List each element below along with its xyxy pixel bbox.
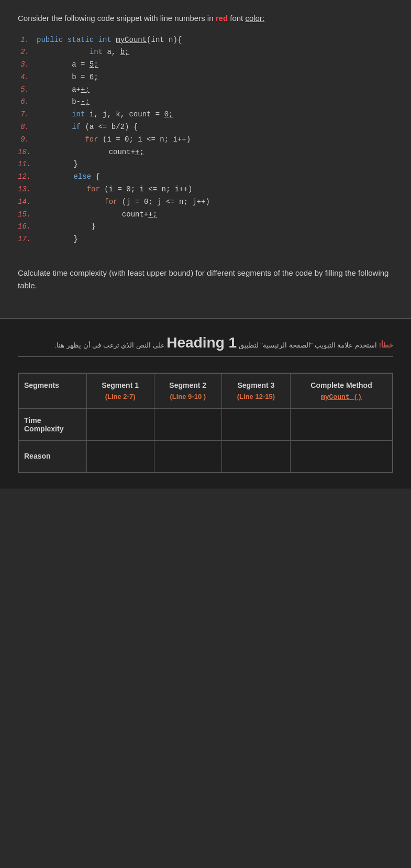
- line-num-11: 11.: [18, 158, 38, 171]
- row-label-time-complexity: TimeComplexity: [18, 409, 86, 441]
- code-line-3: 3. a = 5;: [18, 59, 393, 71]
- line-num-15: 15.: [18, 209, 38, 221]
- cell-reason-seg3[interactable]: [221, 441, 290, 472]
- heading-divider: [18, 356, 393, 357]
- line-num-9: 9.: [18, 134, 37, 146]
- line-num-2: 2.: [18, 46, 37, 59]
- code-content-6: b--;: [37, 96, 90, 108]
- line-num-17: 17.: [18, 233, 38, 246]
- cell-reason-seg1[interactable]: [86, 441, 154, 472]
- row-label-reason: Reason: [18, 441, 86, 472]
- line-num-13: 13.: [18, 183, 38, 196]
- intro-paragraph: Consider the following code snippet with…: [18, 13, 393, 25]
- table-row-reason: Reason: [18, 441, 393, 472]
- heading-error-desc: استخدم علامة التبويب "الصفحة الرئيسية" ل…: [237, 341, 377, 349]
- code-line-11: 11. }: [18, 158, 393, 171]
- line-num-14: 14.: [18, 196, 38, 209]
- cell-tc-complete[interactable]: [290, 409, 393, 441]
- code-line-9: 9. for (i = 0; i <= n; i++): [18, 134, 393, 146]
- code-line-17: 17. }: [18, 233, 393, 246]
- seg2-line-range: (Line 9-10 ): [170, 393, 206, 400]
- code-line-13: 13. for (i = 0; i <= n; i++): [18, 183, 393, 196]
- col-header-segment1: Segment 1 (Line 2-7): [86, 373, 154, 409]
- col-header-complete: Complete Method myCount (): [290, 373, 393, 409]
- seg3-line-range: (Line 12-15): [237, 393, 275, 400]
- code-line-10: 10. count++;: [18, 146, 393, 159]
- code-content-13: for (i = 0; i <= n; i++): [38, 183, 192, 196]
- description-text: Calculate time complexity (with least up…: [18, 267, 393, 292]
- code-line-14: 14. for (j = 0; j <= n; j++): [18, 196, 393, 209]
- heading-bar: خطأ! استخدم علامة التبويب "الصفحة الرئيس…: [0, 319, 411, 356]
- col-header-segment3: Segment 3 (Line 12-15): [221, 373, 290, 409]
- top-section: Consider the following code snippet with…: [0, 0, 411, 302]
- code-content-9: for (i = 0; i <= n; i++): [37, 134, 191, 146]
- line-num-4: 4.: [18, 71, 37, 84]
- code-content-4: b = 6;: [37, 71, 98, 84]
- code-line-2: 2. int a, b;: [18, 46, 393, 59]
- code-content-17: }: [38, 233, 78, 246]
- code-content-15: count++;: [38, 209, 157, 221]
- code-content-14: for (j = 0; j <= n; j++): [38, 196, 210, 209]
- code-line-6: 6. b--;: [18, 96, 393, 108]
- code-line-15: 15. count++;: [18, 209, 393, 221]
- code-line-7: 7. int i, j, k, count = 0;: [18, 108, 393, 121]
- bottom-section: خطأ! استخدم علامة التبويب "الصفحة الرئيس…: [0, 319, 411, 489]
- red-font-word: red: [216, 14, 228, 23]
- heading-1-text: Heading 1: [166, 334, 237, 351]
- table-row-time-complexity: TimeComplexity: [18, 409, 393, 441]
- cell-tc-seg1[interactable]: [86, 409, 154, 441]
- color-underline: color:: [245, 14, 264, 23]
- col-header-segment2: Segment 2 (Line 9-10 ): [154, 373, 221, 409]
- code-line-8: 8. if (a <= b/2) {: [18, 121, 393, 134]
- code-content-11: }: [38, 158, 78, 171]
- line-num-6: 6.: [18, 96, 37, 108]
- cell-tc-seg2[interactable]: [154, 409, 221, 441]
- code-content-8: if (a <= b/2) {: [37, 121, 138, 134]
- table-container: Segments Segment 1 (Line 2-7) Segment 2 …: [18, 373, 393, 473]
- line-num-8: 8.: [18, 121, 37, 134]
- code-line-4: 4. b = 6;: [18, 71, 393, 84]
- code-content-2: int a, b;: [37, 46, 129, 59]
- table-header-row: Segments Segment 1 (Line 2-7) Segment 2 …: [18, 373, 393, 409]
- complete-method-name: myCount (): [321, 393, 362, 401]
- line-num-12: 12.: [18, 171, 38, 183]
- complexity-table: Segments Segment 1 (Line 2-7) Segment 2 …: [18, 373, 393, 473]
- code-line-12: 12. else {: [18, 171, 393, 183]
- cell-reason-complete[interactable]: [290, 441, 393, 472]
- code-line-16: 16. }: [18, 221, 393, 233]
- line-num-5: 5.: [18, 84, 37, 96]
- line-num-1: 1.: [18, 34, 37, 47]
- intro-text-before: Consider the following code snippet with…: [18, 14, 216, 23]
- code-content-5: a++;: [37, 84, 90, 96]
- code-block: 1. public static int myCount(int n){ 2. …: [18, 34, 393, 252]
- time-complexity-label: TimeComplexity: [24, 416, 63, 433]
- code-content-12: else {: [38, 171, 100, 183]
- heading-subtext: على النص الذي ترغب في أن يظهر هنا.: [55, 341, 165, 349]
- code-content-3: a = 5;: [37, 59, 98, 71]
- cell-tc-seg3[interactable]: [221, 409, 290, 441]
- cell-reason-seg2[interactable]: [154, 441, 221, 472]
- code-content-7: int i, j, k, count = 0;: [37, 108, 173, 121]
- code-content-10: count++;: [38, 146, 144, 159]
- line-num-3: 3.: [18, 59, 37, 71]
- line-num-10: 10.: [18, 146, 38, 159]
- code-line-5: 5. a++;: [18, 84, 393, 96]
- code-content-16: }: [38, 221, 95, 233]
- intro-text-after: font: [228, 14, 245, 23]
- col-header-segments: Segments: [18, 373, 86, 409]
- line-num-7: 7.: [18, 108, 37, 121]
- code-line-1: 1. public static int myCount(int n){: [18, 34, 393, 47]
- heading-error-label: خطأ!: [379, 341, 393, 349]
- code-content-1: public static int myCount(int n){: [37, 34, 182, 47]
- line-num-16: 16.: [18, 221, 38, 233]
